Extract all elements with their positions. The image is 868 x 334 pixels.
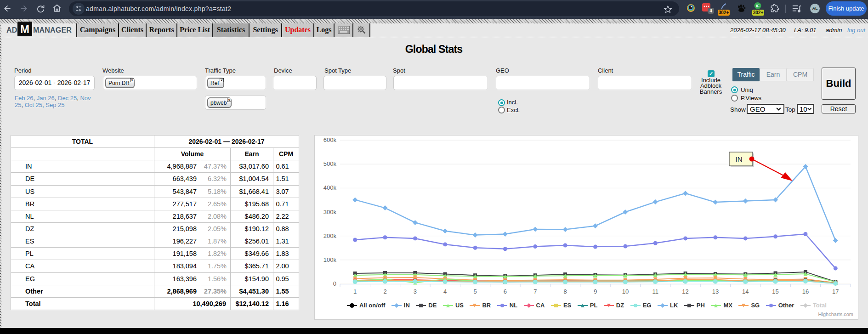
- svg-text:9: 9: [594, 288, 597, 295]
- svg-text:400k: 400k: [323, 184, 337, 191]
- svg-text:11: 11: [652, 288, 658, 295]
- svg-text:13: 13: [712, 288, 719, 295]
- svg-text:7: 7: [533, 288, 537, 295]
- svg-text:0: 0: [333, 280, 336, 287]
- svg-text:300k: 300k: [323, 209, 337, 215]
- svg-text:2: 2: [383, 288, 386, 295]
- svg-text:3: 3: [414, 288, 417, 295]
- svg-text:8: 8: [563, 288, 567, 295]
- svg-text:16: 16: [802, 288, 809, 295]
- svg-text:17: 17: [832, 288, 839, 295]
- svg-text:100k: 100k: [323, 256, 337, 263]
- svg-text:12: 12: [682, 288, 688, 295]
- svg-text:IF: IF: [756, 4, 760, 8]
- svg-text:15: 15: [772, 288, 778, 295]
- svg-text:14: 14: [742, 288, 749, 295]
- svg-text:10: 10: [622, 288, 629, 295]
- svg-text:1: 1: [353, 288, 357, 295]
- svg-text:IN: IN: [736, 155, 743, 163]
- svg-text:6: 6: [504, 288, 507, 295]
- svg-text:200k: 200k: [323, 232, 337, 239]
- svg-text:600k: 600k: [323, 136, 337, 143]
- svg-text:5: 5: [473, 288, 477, 295]
- svg-text:500k: 500k: [323, 160, 337, 167]
- svg-text:4: 4: [443, 288, 447, 295]
